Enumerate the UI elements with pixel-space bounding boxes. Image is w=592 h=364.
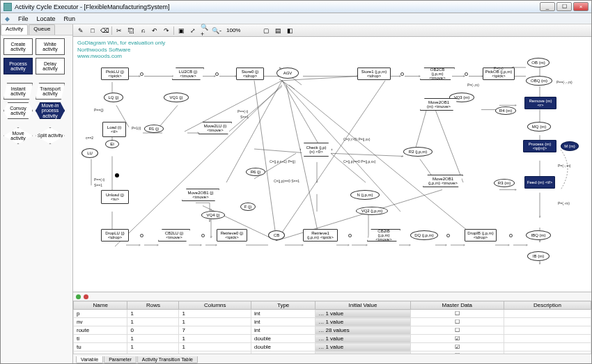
node-mq[interactable]: MQ (m) xyxy=(527,122,551,132)
node-process[interactable]: Process (m) <tp[m]> xyxy=(523,140,556,152)
node-unload[interactable]: Unload (j) <tu> xyxy=(101,190,129,204)
palette-delay-activity[interactable]: Delay activity xyxy=(36,58,65,74)
node-vq4[interactable]: VQ4 (j) xyxy=(201,211,225,219)
palette-create-activity[interactable]: Create activity xyxy=(3,38,33,55)
palette-instant-activity[interactable]: Instant activity xyxy=(3,83,33,100)
menu-file[interactable]: File xyxy=(18,15,29,22)
table-row[interactable]: nv11int… 1 value☐ xyxy=(74,318,591,326)
node-cb[interactable]: CB xyxy=(268,230,285,240)
palette-transport-activity[interactable]: Transport activity xyxy=(36,83,65,100)
tool-delete-icon[interactable]: ⌫ xyxy=(100,26,109,35)
node-n[interactable]: N (j,p,m) xyxy=(350,190,380,200)
palette-process-activity[interactable]: Process activity xyxy=(3,58,33,74)
node-agv[interactable]: AGV xyxy=(276,68,299,79)
node-f[interactable]: F (j) xyxy=(240,203,256,211)
status-green-icon[interactable] xyxy=(76,294,81,299)
menu-locate[interactable]: Locate xyxy=(37,15,56,22)
col-desc[interactable]: Description xyxy=(504,301,591,310)
node-cb2ib[interactable]: CB2IB (j,p,m) <tmove> xyxy=(367,229,400,242)
table-row[interactable]: p11int… 1 value☐ xyxy=(74,310,591,318)
menu-run[interactable]: Run xyxy=(64,15,76,22)
node-move2lu[interactable]: Move2LU (i) <tmove> xyxy=(198,122,232,134)
tool-rect-icon[interactable]: □ xyxy=(88,26,98,35)
svg-line-44 xyxy=(331,153,403,156)
tool-fit-icon[interactable]: ▣ xyxy=(176,26,186,35)
node-lu2cb[interactable]: LU2CB (j) <tmove> xyxy=(172,68,204,80)
node-move2ob1jpm[interactable]: Move2OB1 (j,p,m) <tmove> xyxy=(423,175,463,187)
maximize-button[interactable]: ☐ xyxy=(556,2,572,11)
node-feed[interactable]: Feed (m) <tf> xyxy=(524,176,555,189)
node-r3[interactable]: R3 (m) xyxy=(494,179,515,187)
node-m[interactable]: M (m) xyxy=(561,141,579,151)
node-ibq[interactable]: IBQ (m) xyxy=(526,230,551,240)
node-r1[interactable]: R1 (j) xyxy=(144,125,164,133)
node-store0[interactable]: Store0 (j) <tdrop> xyxy=(236,68,264,80)
close-button[interactable]: × xyxy=(573,2,589,11)
tool-expand-icon[interactable]: ⤢ xyxy=(188,26,198,35)
tool-view2-icon[interactable]: ▤ xyxy=(273,26,283,35)
window-title: Activity Cycle Executor - [FlexibleManuf… xyxy=(15,3,540,10)
node-load[interactable]: Load (i) <tl> xyxy=(102,122,126,137)
node-vq2[interactable]: VQ2 (j,p,m) xyxy=(356,207,388,215)
palette-white-activity[interactable]: White activity xyxy=(36,38,65,55)
node-lu[interactable]: LU xyxy=(81,148,98,158)
tool-redo-icon[interactable]: ↷ xyxy=(162,26,171,35)
node-retrieve1[interactable]: Retrieve1 (j,p,m) <tpick> xyxy=(303,229,338,242)
col-initial[interactable]: Initial Value xyxy=(316,301,410,310)
tool-zoomout-icon[interactable]: 🔍- xyxy=(212,26,221,35)
palette-split-activity[interactable]: Split activity xyxy=(36,127,65,144)
app-menu-icon[interactable]: ◆ xyxy=(5,15,10,22)
node-move2ob1m[interactable]: Move2OB1 (m) <tmove> xyxy=(420,98,458,111)
col-type[interactable]: Type xyxy=(251,301,316,310)
node-picklu[interactable]: PickLU (j) <tpick> xyxy=(101,68,129,80)
node-move2ob1j[interactable]: Move2OB1 (j) <tmove> xyxy=(182,189,219,201)
port xyxy=(140,234,143,237)
node-r4[interactable]: R4 (m) xyxy=(495,106,516,115)
bottom-tab-parameter[interactable]: Parameter xyxy=(104,356,137,363)
node-r2[interactable]: R2 (j,p,m) xyxy=(403,147,433,157)
tab-queue[interactable]: Queue xyxy=(29,24,55,35)
tool-copy-icon[interactable]: ⿻ xyxy=(126,26,136,35)
node-dq[interactable]: DQ (j,p,m) xyxy=(410,230,438,240)
node-ob[interactable]: OB (m) xyxy=(527,58,550,68)
tool-view1-icon[interactable]: ▢ xyxy=(261,26,271,35)
table-row[interactable]: route07int… 28 values☐ xyxy=(74,326,591,335)
palette-movein-activity[interactable]: Move-in process activity xyxy=(36,102,65,119)
node-ob2cb[interactable]: OB2CB (j,p,m) <tmove> xyxy=(420,68,455,80)
status-red-icon[interactable] xyxy=(84,294,88,299)
node-obq[interactable]: OBQ (m) xyxy=(526,76,552,86)
diagram-canvas[interactable]: GoDiagram Win, for evaluation only North… xyxy=(73,37,591,292)
tool-pencil-icon[interactable]: ✎ xyxy=(76,26,86,35)
node-droplu[interactable]: DropLU (j) <tdrop> xyxy=(101,229,129,242)
tool-zoomin-icon[interactable]: 🔍+ xyxy=(200,26,210,35)
tool-view3-icon[interactable]: ◧ xyxy=(285,26,295,35)
node-cb2lu[interactable]: CB2LU (j) <tmove> xyxy=(158,229,190,242)
col-master[interactable]: Master Data xyxy=(410,301,504,310)
palette-convoy-activity[interactable]: Convoy activity xyxy=(3,102,33,119)
minimize-button[interactable]: _ xyxy=(540,2,555,11)
col-name[interactable]: Name xyxy=(74,301,127,310)
tool-undo-icon[interactable]: ↶ xyxy=(150,26,159,35)
palette-move-activity[interactable]: Move activity xyxy=(3,127,33,144)
variables-grid[interactable]: Name Rows Columns Type Initial Value Mas… xyxy=(73,301,591,354)
col-columns[interactable]: Columns xyxy=(179,301,251,310)
table-row[interactable]: tu11double… 1 value☑ xyxy=(74,343,591,351)
node-retrieve0[interactable]: Retrieve0 (j) <tpick> xyxy=(217,229,247,242)
titlebar: Activity Cycle Executor - [FlexibleManuf… xyxy=(1,1,591,13)
node-r6[interactable]: R6 (j) xyxy=(246,168,265,176)
tool-paste-icon[interactable]: ⎌ xyxy=(138,26,148,35)
node-store1[interactable]: Store1 (j,p,m) <tdrop> xyxy=(357,68,391,80)
node-vq1[interactable]: VQ1 (j) xyxy=(164,93,189,102)
table-row[interactable]: ti11double… 1 value☑ xyxy=(74,335,591,343)
tab-activity[interactable]: Activity xyxy=(1,24,28,35)
bottom-tab-variable[interactable]: Variable xyxy=(76,356,103,363)
col-rows[interactable]: Rows xyxy=(127,301,179,310)
bottom-tab-att[interactable]: Activity Transition Table xyxy=(137,356,198,363)
node-remove[interactable]: Remove (m) <r> xyxy=(524,97,556,109)
node-ei[interactable]: EI xyxy=(105,140,119,148)
node-dropib[interactable]: DropIB (j,p,m) <tdrop> xyxy=(465,229,497,242)
node-lq[interactable]: LQ (j) xyxy=(104,93,123,102)
node-check[interactable]: Check (j,p) (n) <0> xyxy=(300,143,332,157)
tool-cut-icon[interactable]: ✂ xyxy=(114,26,124,35)
node-ib[interactable]: IB (m) xyxy=(527,251,550,261)
